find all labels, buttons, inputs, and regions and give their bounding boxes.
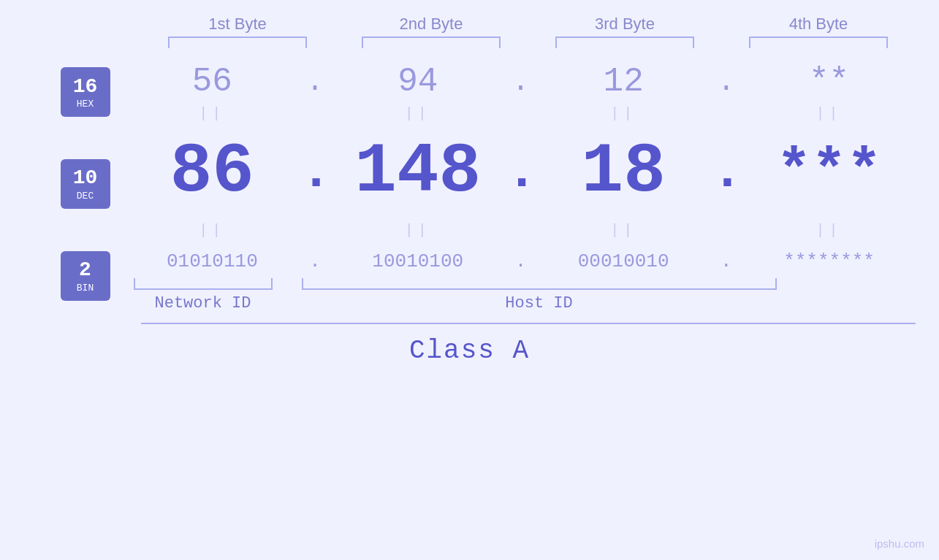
host-id-label: Host ID — [302, 294, 777, 312]
eq1-2: || — [349, 105, 487, 122]
top-brackets — [141, 37, 916, 48]
eq-row-1: || || || || — [134, 104, 908, 123]
eq2-4: || — [760, 222, 899, 239]
hex-badge-row: 16 HEX — [61, 63, 134, 121]
net-bracket — [134, 278, 273, 290]
hex-badge: 16 HEX — [61, 67, 110, 117]
hex-row: 56 . 94 . 12 . ** — [134, 55, 908, 101]
hex-val-3: 12 — [554, 63, 693, 101]
dec-row: 86 . 148 . 18 . *** — [134, 126, 908, 218]
watermark: ipshu.com — [875, 537, 924, 550]
byte-header-3: 3rd Byte — [544, 15, 705, 34]
dec-val-1: 86 — [142, 132, 281, 212]
dec-dot-3: . — [712, 142, 741, 202]
dec-badge-row: 10 DEC — [61, 137, 134, 231]
byte-header-4: 4th Byte — [738, 15, 899, 34]
bin-val-1: 01010110 — [142, 250, 281, 272]
eq-row-2: || || || || — [134, 220, 908, 240]
bin-dot-1: . — [300, 250, 330, 272]
hex-val-1: 56 — [142, 63, 281, 101]
byte-header-1: 1st Byte — [157, 15, 318, 34]
bin-badge-num: 2 — [79, 258, 91, 283]
bin-val-4: ******** — [760, 250, 899, 272]
eq1-3: || — [554, 105, 693, 122]
hex-dot-1: . — [300, 66, 330, 99]
hex-val-2: 94 — [349, 63, 487, 101]
full-bottom-line — [141, 323, 916, 324]
dec-badge-num: 10 — [73, 166, 98, 191]
dec-dot-2: . — [506, 142, 535, 202]
host-bracket — [302, 278, 777, 290]
id-labels-row: Network ID Host ID — [134, 294, 908, 312]
eq2-2: || — [349, 222, 487, 239]
hex-dot-3: . — [712, 66, 741, 99]
dec-val-4: *** — [760, 139, 899, 205]
bin-row: 01010110 . 10010100 . 00010010 . *******… — [134, 243, 908, 277]
bin-badge: 2 BIN — [61, 251, 110, 301]
bracket-1 — [168, 37, 307, 48]
values-wrapper: 56 . 94 . 12 . ** || || || || 86 — [134, 55, 908, 312]
dec-val-3: 18 — [554, 132, 693, 212]
dec-badge-label: DEC — [77, 191, 94, 202]
eq2-3: || — [554, 222, 693, 239]
hex-badge-num: 16 — [73, 74, 98, 99]
bracket-3 — [555, 37, 694, 48]
hex-dot-2: . — [506, 66, 535, 99]
bin-badge-row: 2 BIN — [61, 247, 134, 305]
bracket-2 — [362, 37, 501, 48]
dec-val-2: 148 — [349, 132, 487, 212]
bottom-brackets-row — [134, 278, 908, 290]
bin-badge-label: BIN — [77, 283, 94, 294]
badges-column: 16 HEX 10 DEC 2 BIN — [31, 55, 134, 312]
byte-header-2: 2nd Byte — [351, 15, 512, 34]
bin-val-3: 00010010 — [554, 250, 693, 272]
label-spacer — [273, 294, 302, 312]
bin-dot-2: . — [506, 250, 535, 272]
eq2-1: || — [142, 222, 281, 239]
bracket-4 — [749, 37, 888, 48]
bin-val-2: 10010100 — [349, 250, 487, 272]
class-label: Class A — [409, 336, 530, 366]
rows-wrapper: 16 HEX 10 DEC 2 BIN 56 — [31, 55, 908, 312]
hex-badge-label: HEX — [77, 99, 94, 110]
hex-val-4: ** — [760, 63, 899, 101]
eq1-1: || — [142, 105, 281, 122]
dec-dot-1: . — [300, 142, 330, 202]
bin-dot-3: . — [712, 250, 741, 272]
network-id-label: Network ID — [134, 294, 273, 312]
eq1-4: || — [760, 105, 899, 122]
main-container: 1st Byte 2nd Byte 3rd Byte 4th Byte 16 H… — [0, 0, 939, 560]
byte-headers: 1st Byte 2nd Byte 3rd Byte 4th Byte — [141, 15, 916, 34]
dec-badge: 10 DEC — [61, 159, 110, 209]
